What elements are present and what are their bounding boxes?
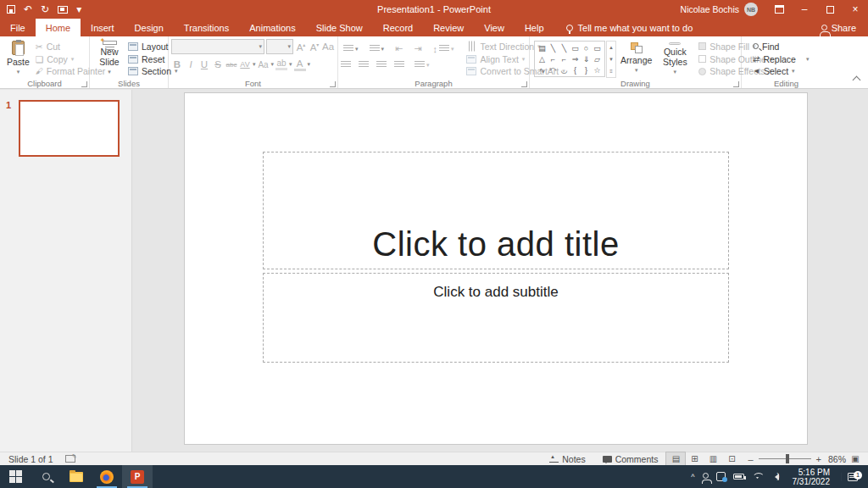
replace-button[interactable]: ⇄ Replace ▾ bbox=[751, 53, 810, 65]
start-button[interactable] bbox=[0, 465, 31, 488]
highlight-dropdown-icon[interactable]: ▾ bbox=[289, 61, 292, 68]
slide-canvas[interactable]: Click to add title Click to add subtitle bbox=[185, 93, 807, 444]
clear-formatting-button[interactable]: Aa bbox=[322, 42, 334, 52]
font-size-combo[interactable]: ▾ bbox=[266, 39, 293, 54]
shape-elbow-connector-icon[interactable]: ⌐ bbox=[548, 53, 559, 64]
slide-show-button[interactable]: ⊡ bbox=[722, 452, 741, 465]
wifi-icon[interactable] bbox=[752, 473, 764, 481]
redo-icon[interactable]: ↻ bbox=[41, 4, 49, 14]
customize-qat-icon[interactable]: ▾ bbox=[76, 4, 81, 14]
file-explorer-button[interactable] bbox=[61, 465, 92, 488]
zoom-slider-thumb[interactable] bbox=[786, 454, 789, 463]
gallery-more-icon[interactable]: ≡ bbox=[607, 65, 615, 77]
numbering-button[interactable]: ▾ bbox=[367, 44, 387, 53]
shape-arrow-line-icon[interactable]: ╲ bbox=[559, 42, 570, 53]
font-color-button[interactable]: A bbox=[294, 58, 306, 71]
drawing-dialog-launcher-icon[interactable] bbox=[733, 81, 739, 87]
tab-slide-show[interactable]: Slide Show bbox=[306, 19, 373, 36]
slide-sorter-view-button[interactable]: ⊞ bbox=[685, 452, 704, 465]
notes-button[interactable]: Notes bbox=[541, 452, 593, 465]
close-button[interactable]: × bbox=[843, 0, 868, 19]
align-left-button[interactable] bbox=[341, 61, 351, 69]
paste-dropdown-icon[interactable]: ▾ bbox=[17, 69, 20, 75]
select-button[interactable]: ▲ Select ▾ bbox=[751, 65, 810, 77]
italic-button[interactable]: I bbox=[185, 59, 197, 69]
avatar[interactable]: NB bbox=[744, 3, 758, 16]
tray-app-notification-icon[interactable] bbox=[716, 472, 726, 481]
zoom-slider[interactable] bbox=[759, 458, 811, 459]
change-case-dropdown-icon[interactable]: ▾ bbox=[271, 61, 275, 68]
grow-font-button[interactable]: A▴ bbox=[295, 42, 307, 53]
increase-indent-button[interactable]: ⇥ bbox=[411, 42, 424, 55]
decrease-indent-button[interactable]: ⇤ bbox=[392, 42, 405, 55]
character-spacing-dropdown-icon[interactable]: ▾ bbox=[253, 61, 256, 68]
quick-styles-button[interactable]: Quick Styles ▾ bbox=[656, 39, 693, 77]
paragraph-dialog-launcher-icon[interactable] bbox=[521, 81, 527, 87]
font-color-dropdown-icon[interactable]: ▾ bbox=[308, 61, 311, 68]
slide-thumbnail[interactable] bbox=[19, 100, 120, 157]
zoom-in-button[interactable]: + bbox=[816, 454, 821, 464]
highlight-color-button[interactable]: ab bbox=[275, 58, 287, 70]
tray-chevron-icon[interactable]: ^ bbox=[691, 473, 694, 481]
paste-button[interactable]: Paste ▾ bbox=[3, 39, 34, 77]
columns-button[interactable]: ▾ bbox=[412, 60, 432, 69]
minimize-button[interactable]: – bbox=[792, 0, 817, 19]
align-right-button[interactable] bbox=[376, 61, 387, 69]
taskbar-search-button[interactable] bbox=[31, 465, 61, 488]
shape-rectangle-icon[interactable]: ▭ bbox=[570, 42, 581, 53]
subtitle-placeholder[interactable]: Click to add subtitle bbox=[263, 273, 729, 363]
shape-star-icon[interactable]: ☆ bbox=[592, 64, 603, 75]
gallery-up-icon[interactable]: ▲ bbox=[607, 42, 615, 53]
shape-right-arrow-icon[interactable]: ⇒ bbox=[570, 53, 581, 64]
action-center-button[interactable]: 1 bbox=[841, 473, 863, 481]
shape-line-icon[interactable]: ╲ bbox=[548, 42, 559, 53]
shrink-font-button[interactable]: A▾ bbox=[309, 42, 320, 53]
find-button[interactable]: Find bbox=[751, 41, 810, 53]
justify-button[interactable] bbox=[394, 61, 404, 69]
zoom-out-button[interactable]: – bbox=[748, 454, 753, 464]
tab-design[interactable]: Design bbox=[125, 19, 174, 36]
volume-icon[interactable] bbox=[771, 474, 782, 480]
change-case-button[interactable]: Aa bbox=[258, 60, 270, 69]
shape-textbox-icon[interactable]: ▤ bbox=[537, 42, 548, 53]
shape-oval-icon[interactable]: ○ bbox=[581, 42, 592, 53]
collapse-ribbon-icon[interactable] bbox=[853, 76, 861, 85]
text-shadow-button[interactable]: abc bbox=[225, 61, 237, 69]
arrange-button[interactable]: Arrange ▾ bbox=[616, 39, 656, 77]
shape-down-arrow-icon[interactable]: ⇓ bbox=[581, 53, 592, 64]
title-placeholder[interactable]: Click to add title bbox=[263, 152, 729, 269]
firefox-button[interactable] bbox=[92, 465, 122, 488]
start-slideshow-icon[interactable] bbox=[58, 6, 68, 14]
new-slide-button[interactable]: New Slide ▾ bbox=[92, 39, 126, 77]
taskbar-clock[interactable]: 5:16 PM 7/31/2022 bbox=[789, 468, 834, 486]
tab-home[interactable]: Home bbox=[36, 19, 81, 36]
bullets-button[interactable]: ▾ bbox=[341, 44, 361, 53]
save-icon[interactable] bbox=[7, 5, 15, 14]
clipboard-dialog-launcher-icon[interactable] bbox=[81, 81, 87, 87]
tab-review[interactable]: Review bbox=[423, 19, 474, 36]
shape-left-brace-icon[interactable]: { bbox=[570, 64, 581, 75]
powerpoint-button[interactable]: P bbox=[122, 465, 153, 488]
align-center-button[interactable] bbox=[359, 61, 369, 69]
tab-transitions[interactable]: Transitions bbox=[174, 19, 239, 36]
comments-button[interactable]: Comments bbox=[594, 452, 667, 465]
tray-contact-icon[interactable] bbox=[703, 473, 709, 480]
shape-gallery[interactable]: ▤ ╲ ╲ ▭ ○ ▭ △ ⌐ ⌐ ⇒ ⇓ ▱ ∿ ◠ ◡ { } ☆ bbox=[534, 41, 605, 77]
restore-button[interactable] bbox=[817, 0, 843, 19]
underline-button[interactable]: U bbox=[198, 59, 210, 69]
shape-rounded-rectangle-icon[interactable]: ▭ bbox=[592, 42, 603, 53]
shape-scribble-icon[interactable]: ∿ bbox=[537, 64, 548, 75]
tab-file[interactable]: File bbox=[0, 19, 36, 36]
shape-triangle-icon[interactable]: △ bbox=[537, 53, 548, 64]
tab-animations[interactable]: Animations bbox=[239, 19, 305, 36]
gallery-down-icon[interactable]: ▼ bbox=[607, 53, 615, 65]
tab-insert[interactable]: Insert bbox=[81, 19, 125, 36]
strikethrough-button[interactable]: S bbox=[212, 59, 224, 69]
tab-view[interactable]: View bbox=[474, 19, 515, 36]
shape-elbow-arrow-icon[interactable]: ⌐ bbox=[559, 53, 570, 64]
tab-help[interactable]: Help bbox=[515, 19, 554, 36]
character-spacing-button[interactable]: AV bbox=[239, 60, 251, 69]
line-spacing-button[interactable]: ↕▾ bbox=[430, 43, 456, 55]
tell-me-box[interactable]: Tell me what you want to do bbox=[566, 19, 693, 36]
undo-icon[interactable]: ↶ bbox=[24, 4, 32, 14]
